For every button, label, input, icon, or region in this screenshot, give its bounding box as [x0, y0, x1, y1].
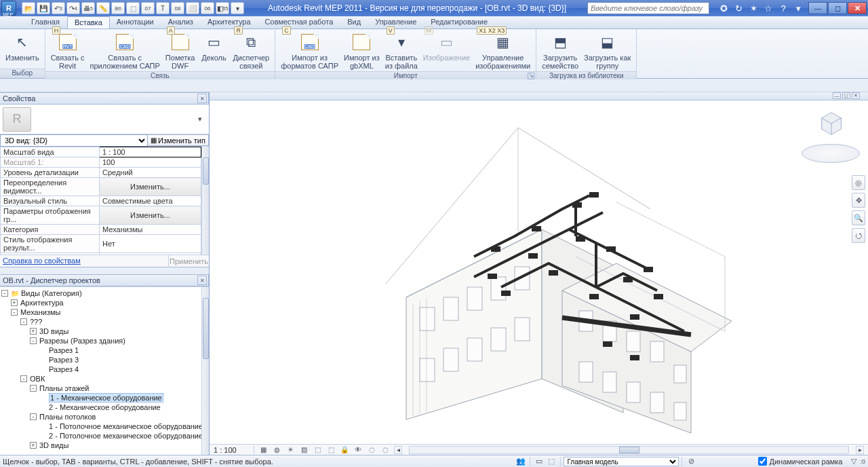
qat-save-icon[interactable]: 💾	[37, 2, 50, 14]
tree-toggle-icon[interactable]: -	[11, 309, 18, 316]
crop-show-icon[interactable]: ⬚	[326, 445, 336, 455]
apply-button[interactable]: Применить	[168, 255, 209, 267]
nav-zoom-icon[interactable]: 🔍	[852, 210, 865, 225]
tree-toggle-icon[interactable]: -	[30, 413, 37, 420]
view-cube[interactable]	[802, 109, 860, 167]
properties-scrollbar[interactable]	[201, 147, 209, 255]
tree-node[interactable]: -Планы этажей	[0, 384, 209, 393]
sunpath-icon[interactable]: ☀	[285, 445, 295, 455]
tab-управление[interactable]: Управление	[368, 16, 424, 29]
view-close-icon[interactable]: ✕	[852, 92, 860, 99]
tree-node[interactable]: Разрез 3	[0, 355, 209, 365]
tree-label[interactable]: Разрезы (Разрез здания)	[39, 337, 125, 345]
exchange-icon[interactable]: ✶	[747, 3, 760, 14]
qat-06-icon[interactable]: 06	[201, 2, 214, 14]
manage-images-button[interactable]: ▦Управление изображениямиX1 X2 X3	[473, 31, 533, 71]
view-prop-icon[interactable]: ◌	[380, 445, 390, 455]
manage-links-button[interactable]: ⧉Диспетчер связейR	[230, 31, 272, 71]
tree-node[interactable]: 1 - Потолочное механическое оборудование	[0, 422, 209, 431]
tree-toggle-icon[interactable]: +	[30, 442, 37, 449]
property-value[interactable]: Механизмы	[100, 225, 201, 235]
load-family-button[interactable]: ⬒Загрузить семейство	[539, 31, 581, 71]
design-options-dropdown[interactable]: Главная модель	[564, 457, 679, 466]
tree-node[interactable]: Разрез 1	[0, 345, 209, 355]
tree-node[interactable]: +3D виды	[0, 441, 209, 450]
property-value[interactable]: Изменить...	[100, 178, 201, 196]
tree-toggle-icon[interactable]: -	[20, 318, 27, 325]
import-gbxml-button[interactable]: Импорт из gbXML	[341, 31, 382, 71]
view-scale[interactable]: 1 : 100	[214, 446, 254, 454]
qat-tag-icon[interactable]: ⬚	[126, 2, 140, 14]
property-value[interactable]: Нет	[100, 235, 201, 253]
project-browser-close-icon[interactable]: ✕	[197, 276, 207, 285]
tree-label[interactable]: Планы потолков	[39, 413, 96, 421]
tree-node[interactable]: 2 - Потолочное механическое оборудование	[0, 431, 209, 441]
link-revit-button[interactable]: RVTСвязать с RevitH	[48, 31, 87, 71]
reveal-icon[interactable]: ◌	[367, 445, 376, 455]
tree-label[interactable]: 2 - Механическое оборудование	[49, 403, 161, 411]
nav-wheel-icon[interactable]: ◎	[852, 175, 865, 190]
tree-label[interactable]: 1 - Потолочное механическое оборудование	[49, 422, 203, 430]
favorite-icon[interactable]: ☆	[762, 3, 774, 14]
qat-measure-icon[interactable]: 📏	[96, 2, 110, 14]
minimize-button[interactable]: —	[808, 2, 827, 14]
property-value[interactable]: Средний	[100, 168, 201, 178]
close-button[interactable]: ✕	[848, 2, 867, 14]
comm-icon[interactable]: ↻	[732, 3, 745, 14]
tree-label[interactable]: Архитектура	[20, 299, 64, 307]
qat-text-icon[interactable]: T	[156, 2, 170, 14]
shadows-icon[interactable]: ▧	[299, 445, 309, 455]
tree-label[interactable]: ???	[30, 318, 42, 326]
properties-help-link[interactable]: Справка по свойствам	[0, 255, 168, 267]
tab-совместная работа[interactable]: Совместная работа	[258, 16, 341, 29]
qat-undo-icon[interactable]: ↶3	[52, 2, 65, 14]
design-options-icon[interactable]: ⬚	[545, 457, 557, 466]
tree-toggle-icon[interactable]: -	[30, 385, 37, 392]
tree-label[interactable]: ОВК	[30, 375, 45, 383]
worksets-icon[interactable]: 👥	[515, 457, 527, 466]
tab-вставка[interactable]: Вставка	[67, 16, 110, 29]
tree-label[interactable]: Виды (Категория)	[21, 289, 82, 297]
tree-label[interactable]: Разрез 4	[49, 365, 79, 373]
tree-toggle-icon[interactable]: +	[30, 328, 37, 335]
insert-file-button[interactable]: ▾Вставить из файлаV	[382, 31, 420, 71]
tree-node[interactable]: -Планы потолков	[0, 412, 209, 422]
tree-toggle-icon[interactable]: -	[30, 337, 37, 344]
qat-print-icon[interactable]: 🖶5	[81, 2, 95, 14]
filter-icon[interactable]: ▽	[848, 457, 860, 466]
view-max-icon[interactable]: ◻	[842, 92, 850, 99]
tree-label[interactable]: 2 - Потолочное механическое оборудование	[49, 432, 203, 440]
type-dropdown-icon[interactable]: ▾	[198, 115, 206, 124]
link-cad-button[interactable]: CADСвязать с приложением САПР	[87, 31, 163, 71]
view-min-icon[interactable]: —	[833, 92, 841, 99]
tab-вид[interactable]: Вид	[340, 16, 368, 29]
press-drag-checkbox[interactable]: Динамическая рамка	[758, 457, 842, 466]
decal-button[interactable]: ▭Деколь	[197, 31, 230, 63]
tree-node[interactable]: 2 - Механическое оборудование	[0, 403, 209, 412]
property-value[interactable]: Совместимые цвета	[100, 196, 201, 206]
scroll-left-icon[interactable]: ◂	[394, 446, 402, 454]
visual-style-icon[interactable]: ◍	[272, 445, 281, 455]
tree-label[interactable]: Разрез 1	[49, 346, 79, 354]
tree-node[interactable]: -Механизмы	[0, 307, 209, 317]
qat-redo-icon[interactable]: ↷4	[66, 2, 80, 14]
tree-node[interactable]: -📁Виды (Категория)	[0, 288, 209, 298]
qat-07-icon[interactable]: 07	[141, 2, 155, 14]
tree-label[interactable]: 3D виды	[39, 441, 68, 449]
qat-open-icon[interactable]: 📂	[22, 2, 35, 14]
nav-orbit-icon[interactable]: ⭯	[852, 228, 865, 243]
exclude-icon[interactable]: ⊘	[685, 457, 697, 466]
view-canvas[interactable]: ◎ ✥ 🔍 ⭯	[210, 100, 868, 444]
tree-toggle-icon[interactable]: -	[20, 375, 27, 382]
tree-node[interactable]: Разрез 4	[0, 365, 209, 374]
tree-label[interactable]: 3D виды	[39, 327, 68, 335]
panel-launcher-icon[interactable]: ↘	[528, 73, 534, 79]
property-value[interactable]	[100, 253, 201, 255]
import-cad-button[interactable]: CADИмпорт из форматов САПРC	[278, 31, 341, 71]
browser-scrollbar[interactable]	[201, 287, 209, 455]
detail-level-icon[interactable]: ▦	[258, 445, 268, 455]
view-hscroll[interactable]	[409, 446, 849, 454]
scroll-right-icon[interactable]: ▸	[856, 446, 864, 454]
tab-аннотации[interactable]: Аннотации	[110, 16, 161, 29]
lock-icon[interactable]: 🔒	[340, 445, 349, 455]
